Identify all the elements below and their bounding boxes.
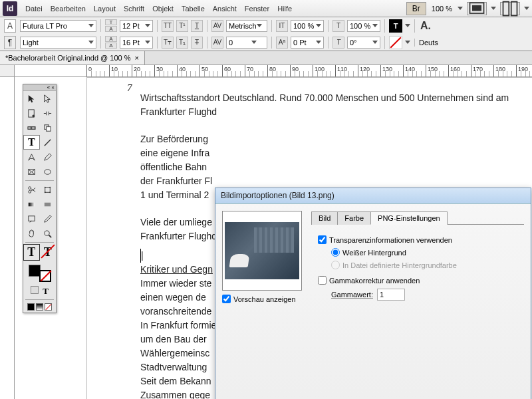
skew-icon: T: [332, 37, 344, 49]
fill-color-icon[interactable]: T: [389, 19, 402, 33]
arrange-button[interactable]: [500, 2, 520, 15]
line-tool[interactable]: [40, 135, 57, 150]
ruler-tick: 170: [471, 65, 471, 77]
swatch-none[interactable]: [45, 303, 52, 311]
char-format-icon[interactable]: A: [4, 19, 16, 33]
page-tool[interactable]: [23, 106, 40, 120]
subscript-icon[interactable]: T₁: [176, 37, 188, 49]
superscript-icon[interactable]: T¹: [176, 20, 188, 32]
kerning-select[interactable]: Metrisch: [226, 20, 267, 32]
font-style-select[interactable]: Light: [20, 37, 96, 49]
show-preview-input[interactable]: [222, 295, 231, 303]
font-size-input[interactable]: 12 Pt: [120, 20, 153, 32]
content-collector-tool[interactable]: [40, 120, 57, 135]
document-tabs: *Bachelorarbeit Original.indd @ 100 % ×: [0, 51, 532, 65]
format-text-stroke-button[interactable]: T: [40, 244, 56, 261]
gap-tool[interactable]: [40, 106, 57, 120]
pen-tool[interactable]: [23, 150, 40, 164]
char-style-icon[interactable]: A.: [419, 19, 432, 33]
language-select[interactable]: Deuts: [419, 39, 438, 47]
transparency-input[interactable]: [318, 235, 327, 244]
note-tool[interactable]: [23, 211, 40, 226]
vertical-ruler: [0, 77, 15, 399]
stroke-none-icon[interactable]: [389, 36, 402, 49]
tab-png-settings[interactable]: PNG-Einstellungen: [370, 211, 448, 225]
gamma-checkbox[interactable]: Gammakorrektur anwenden: [318, 276, 517, 285]
skew-input[interactable]: 0°: [347, 37, 380, 49]
hscale-input[interactable]: 100 %: [347, 20, 380, 32]
zoom-tool[interactable]: [40, 226, 57, 241]
stroke-dropdown-icon[interactable]: [405, 41, 410, 44]
vscale-input[interactable]: 100 %: [291, 20, 324, 32]
direct-selection-tool[interactable]: [40, 91, 57, 106]
pencil-tool[interactable]: [40, 150, 57, 164]
format-text-fill-button[interactable]: T: [23, 244, 40, 261]
font-family-select[interactable]: Futura LT Pro: [20, 20, 96, 32]
show-preview-checkbox[interactable]: Vorschau anzeigen: [222, 295, 303, 303]
menu-hilfe[interactable]: Hilfe: [277, 5, 292, 13]
strike-icon[interactable]: T: [191, 37, 203, 49]
screen-mode-dropdown-icon[interactable]: [491, 7, 496, 10]
para-format-icon[interactable]: ¶: [4, 36, 16, 49]
menu-fenster[interactable]: Fenster: [245, 5, 269, 13]
document-tab[interactable]: *Bachelorarbeit Original.indd @ 100 % ×: [0, 51, 145, 65]
allcaps-icon[interactable]: TT: [162, 20, 174, 32]
menu-layout[interactable]: Layout: [94, 5, 116, 13]
svg-rect-1: [472, 5, 481, 11]
zoom-dropdown-icon[interactable]: [458, 7, 463, 10]
screen-mode-button[interactable]: [467, 2, 487, 15]
eyedropper-tool[interactable]: [40, 211, 57, 226]
fill-stroke-proxy[interactable]: [27, 263, 53, 283]
gradient-swatch-tool[interactable]: [23, 197, 40, 211]
type-tool[interactable]: T: [23, 135, 40, 150]
dialog-titlebar[interactable]: Bildimportoptionen (Bild 13.png): [215, 188, 531, 204]
white-bg-radio[interactable]: Weißer Hintergrund: [331, 248, 517, 257]
kerning-icon: AV: [211, 20, 223, 32]
ellipse-tool[interactable]: [40, 164, 57, 179]
zoom-display[interactable]: 100 %: [430, 5, 454, 13]
transparency-checkbox[interactable]: Transparenzinformationen verwenden: [318, 235, 517, 244]
swatch-gradient[interactable]: [36, 303, 43, 311]
measure-tool[interactable]: [23, 120, 40, 135]
gamma-value-label: Gammawert:: [331, 291, 373, 299]
ruler-tick: 190: [516, 65, 517, 77]
hand-tool[interactable]: [23, 226, 40, 241]
gamma-input[interactable]: [318, 276, 327, 285]
svg-point-14: [29, 186, 31, 189]
underline-icon[interactable]: T: [191, 20, 203, 32]
rectangle-frame-tool[interactable]: [23, 164, 40, 179]
menu-bearbeiten[interactable]: Bearbeiten: [51, 5, 86, 13]
gamma-label: Gammakorrektur anwenden: [329, 277, 420, 285]
format-container-icon[interactable]: [31, 286, 39, 294]
swatch-black[interactable]: [27, 303, 35, 311]
bridge-button[interactable]: Br: [406, 2, 426, 15]
close-icon[interactable]: ×: [135, 54, 139, 62]
format-text-icon[interactable]: T: [43, 286, 49, 297]
gradient-feather-tool[interactable]: [40, 197, 57, 211]
fill-dropdown-icon[interactable]: [405, 24, 410, 27]
arrange-dropdown-icon[interactable]: [524, 7, 529, 10]
ruler-origin[interactable]: [0, 65, 15, 77]
smallcaps-icon[interactable]: Tᴛ: [162, 37, 174, 49]
menu-datei[interactable]: Datei: [25, 5, 43, 13]
tab-farbe[interactable]: Farbe: [337, 211, 371, 225]
white-bg-input[interactable]: [331, 248, 340, 257]
menu-tabelle[interactable]: Tabelle: [182, 5, 205, 13]
menu-schrift[interactable]: Schrift: [124, 5, 144, 13]
stroke-proxy[interactable]: [39, 270, 51, 282]
gamma-value-input[interactable]: [377, 289, 405, 301]
baseline-input[interactable]: 0 Pt: [291, 37, 324, 49]
hscale-icon: T: [332, 20, 344, 32]
palette-header[interactable]: « ×: [23, 84, 56, 91]
leading-input[interactable]: 16 Pt: [120, 37, 153, 49]
menu-ansicht[interactable]: Ansicht: [213, 5, 237, 13]
scissors-tool[interactable]: [23, 182, 40, 197]
page-number: 7: [127, 82, 132, 94]
tab-bild[interactable]: Bild: [311, 211, 338, 225]
free-transform-tool[interactable]: [40, 182, 57, 197]
ruler-tick: 30: [154, 65, 155, 77]
selection-tool[interactable]: [23, 91, 40, 106]
ruler-tick: 180: [493, 65, 494, 77]
tracking-input[interactable]: 0: [226, 37, 267, 49]
menu-objekt[interactable]: Objekt: [152, 5, 174, 13]
